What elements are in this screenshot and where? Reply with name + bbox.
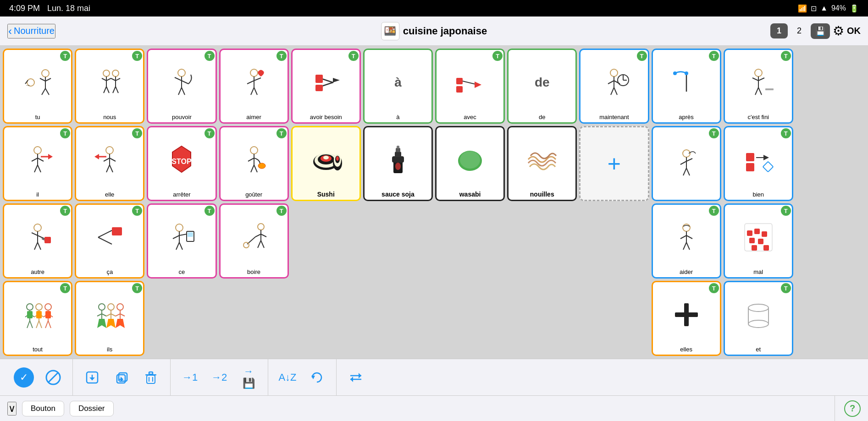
toolbar-sort-button[interactable]: A↓Z	[277, 367, 298, 388]
toolbar-check-button[interactable]: ✓	[14, 367, 34, 388]
card-image	[655, 207, 718, 268]
card-label: arrêter	[150, 191, 213, 198]
card-sauce-soja[interactable]: sauce soja	[363, 126, 433, 201]
svg-line-3	[45, 78, 51, 81]
svg-line-74	[110, 165, 113, 172]
card-arreter[interactable]: T STOP arrêter	[147, 126, 216, 201]
t-badge: T	[205, 51, 215, 61]
card-image: +	[582, 129, 646, 198]
card-tout[interactable]: T mal	[724, 203, 793, 279]
toolbar-to1-button[interactable]: →1	[180, 367, 200, 388]
back-button[interactable]: ‹ Nourriture	[7, 24, 55, 38]
card-aider[interactable]: T boire	[219, 203, 289, 279]
t-badge: T	[709, 206, 719, 216]
svg-rect-149	[762, 231, 767, 237]
battery-label: 94%	[831, 4, 846, 12]
card-autre[interactable]: T bien	[724, 126, 793, 201]
card-ca[interactable]: T autre	[3, 203, 72, 279]
card-gouter[interactable]: T goûter	[219, 126, 289, 201]
nav-title-text: cuisine japonaise	[403, 25, 487, 37]
card-de[interactable]: de de	[507, 49, 577, 124]
toolbar-copy-button[interactable]	[111, 367, 132, 388]
svg-rect-97	[396, 148, 400, 152]
card-nouilles[interactable]: nouilles	[507, 126, 577, 201]
toolbar-tosave-button[interactable]: →💾	[238, 367, 259, 388]
card-apres[interactable]: T après	[652, 49, 721, 124]
card-ce[interactable]: T ça	[75, 203, 144, 279]
card-pouvoir[interactable]: T pouvoir	[147, 49, 216, 124]
t-badge: T	[60, 128, 70, 138]
card-image	[6, 207, 69, 268]
card-image	[655, 129, 718, 197]
help-button[interactable]: ?	[844, 400, 861, 417]
toolbar-refresh-button[interactable]	[307, 367, 327, 388]
toolbar-to2-button[interactable]: →2	[209, 367, 229, 388]
card-et[interactable]: T elles	[652, 281, 721, 356]
bouton-button[interactable]: Bouton	[22, 401, 64, 416]
page1-button[interactable]: 1	[770, 23, 788, 38]
card-label: autre	[6, 268, 69, 275]
toolbar-group-2	[73, 359, 171, 395]
dossier-button[interactable]: Dossier	[70, 401, 114, 416]
card-label: bien	[727, 191, 790, 198]
card-mal[interactable]: T aider	[652, 203, 721, 279]
status-time: 4:09 PM	[9, 4, 40, 13]
empty-cell	[363, 203, 433, 279]
wifi-icon: 📶	[798, 4, 807, 13]
card-maintenant[interactable]: T maintenant	[579, 49, 649, 124]
svg-rect-109	[746, 163, 754, 171]
svg-text:→: →	[25, 82, 31, 88]
svg-rect-199	[119, 373, 127, 381]
svg-line-178	[102, 314, 106, 316]
toolbar-delete-button[interactable]	[141, 367, 161, 388]
page2-button[interactable]: 2	[791, 23, 808, 38]
svg-marker-37	[333, 78, 340, 82]
card-bien[interactable]: T	[652, 126, 721, 201]
save-page-button[interactable]: 💾	[811, 23, 830, 39]
t-badge: T	[60, 283, 70, 293]
card-image: de	[510, 52, 574, 113]
svg-line-19	[113, 87, 116, 93]
chevron-down-button[interactable]: ∨	[7, 402, 17, 416]
card-add[interactable]: +	[579, 126, 649, 201]
svg-line-182	[111, 314, 116, 316]
ok-button[interactable]: OK	[847, 26, 861, 36]
card-a[interactable]: à à	[363, 49, 433, 124]
card-image: à	[366, 52, 430, 113]
toolbar-swap-button[interactable]	[346, 367, 366, 388]
card-aimer[interactable]: T aimer	[219, 49, 289, 124]
card-elles[interactable]: T ils	[75, 281, 144, 356]
card-nous[interactable]: T nous	[75, 49, 144, 124]
svg-line-58	[755, 87, 758, 95]
empty-cell	[796, 281, 865, 356]
card-image	[294, 52, 358, 113]
toolbar-no-button[interactable]	[43, 367, 63, 388]
card-il[interactable]: T il	[3, 126, 72, 201]
status-bar: 4:09 PM Lun. 18 mai 📶 ⊡ ▲ 94% 🔋	[0, 0, 868, 16]
nav-controls: 1 2 💾 ⚙ OK	[770, 23, 861, 39]
card-elle[interactable]: T elle	[75, 126, 144, 201]
card-image	[222, 52, 286, 113]
card-image	[438, 52, 502, 113]
svg-rect-112	[763, 161, 773, 172]
card-label: c'est fini	[727, 114, 790, 120]
svg-point-61	[34, 147, 41, 154]
card-ils[interactable]: T	[3, 281, 72, 356]
card-quelque[interactable]: T et	[724, 281, 793, 356]
svg-line-57	[758, 78, 764, 81]
settings-button[interactable]: ⚙	[833, 23, 844, 38]
card-tu[interactable]: T → tu	[3, 49, 72, 124]
empty-cell	[219, 281, 289, 356]
svg-line-138	[261, 241, 264, 248]
svg-line-20	[116, 87, 118, 93]
card-avec[interactable]: T avec	[435, 49, 505, 124]
card-wasabi[interactable]: wasabi	[435, 126, 505, 201]
card-label: maintenant	[582, 114, 646, 120]
card-cest-fini[interactable]: T c'est fini	[724, 49, 793, 124]
svg-point-52	[685, 71, 688, 75]
card-boire[interactable]: T ce	[147, 203, 216, 279]
toolbar-import-button[interactable]	[82, 367, 102, 388]
svg-point-101	[460, 151, 480, 169]
card-sushi[interactable]: Sushi	[291, 126, 361, 201]
card-avoir-besoin[interactable]: T avoir besoin	[291, 49, 361, 124]
